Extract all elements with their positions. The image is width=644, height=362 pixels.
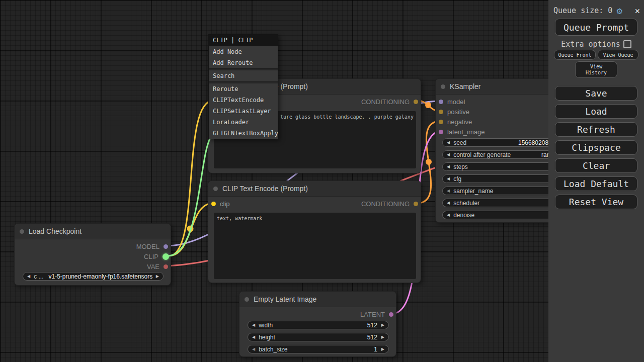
menu-item-add-node[interactable]: Add Node xyxy=(209,46,278,57)
close-icon[interactable]: ✕ xyxy=(635,6,640,16)
queue-size-label: Queue size: 0 xyxy=(553,6,612,15)
menu-item-reroute[interactable]: Reroute xyxy=(209,83,278,95)
view-queue-button[interactable]: View Queue xyxy=(598,50,638,60)
queue-front-button[interactable]: Queue Front xyxy=(554,50,596,60)
reset-view-button[interactable]: Reset View xyxy=(555,195,637,209)
clear-button[interactable]: Clear xyxy=(555,158,637,173)
menu-item-cliptextencode[interactable]: CLIPTextEncode xyxy=(209,95,278,106)
settings-gear-icon[interactable]: ⚙ xyxy=(616,6,622,16)
menu-item-clipsetlastlayer[interactable]: CLIPSetLastLayer xyxy=(209,106,278,117)
view-history-line2: History xyxy=(586,70,607,75)
view-history-line1: View xyxy=(590,64,602,69)
drag-link-canvas xyxy=(0,0,644,362)
menu-item-search[interactable]: Search xyxy=(209,70,278,81)
link-clip-dragging xyxy=(169,136,212,256)
view-history-button[interactable]: View History xyxy=(575,61,617,78)
extra-options-checkbox[interactable] xyxy=(623,40,631,48)
menu-item-loraloader[interactable]: LoraLoader xyxy=(209,117,278,128)
refresh-button[interactable]: Refresh xyxy=(555,122,637,137)
context-menu-header: CLIP | CLIP xyxy=(209,35,278,46)
queue-sidebar: Queue size: 0 ⚙ ✕ Queue Prompt Extra opt… xyxy=(548,0,644,362)
extra-options-label: Extra options xyxy=(561,40,620,49)
context-menu: CLIP | CLIP Add Node Add Reroute Search … xyxy=(208,34,278,139)
clipspace-button[interactable]: Clipspace xyxy=(555,140,637,155)
load-button[interactable]: Load xyxy=(555,104,637,119)
menu-item-gligentextboxapply[interactable]: GLIGENTextBoxApply xyxy=(209,128,278,139)
load-default-button[interactable]: Load Default xyxy=(555,176,637,191)
menu-item-add-reroute[interactable]: Add Reroute xyxy=(209,57,278,68)
save-button[interactable]: Save xyxy=(555,86,637,101)
queue-prompt-button[interactable]: Queue Prompt xyxy=(555,19,637,36)
